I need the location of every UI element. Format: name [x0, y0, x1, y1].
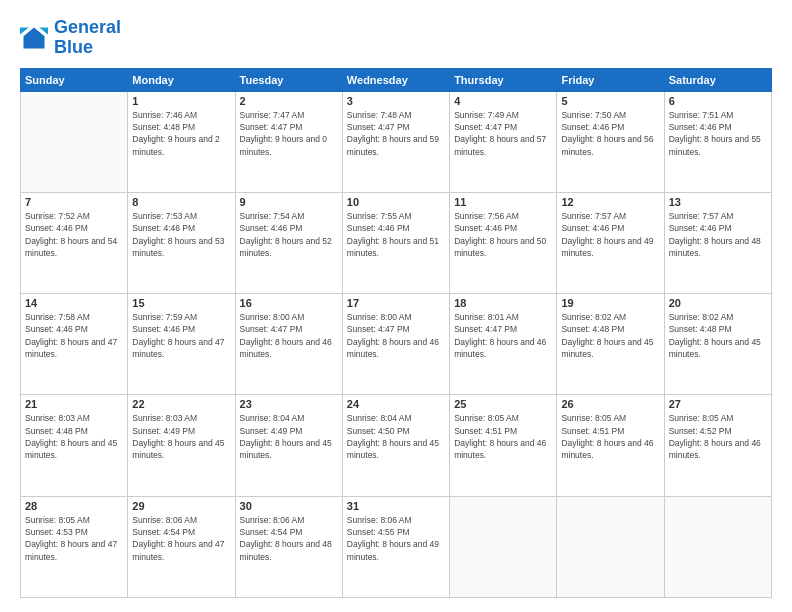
day-info: Sunrise: 8:02 AM Sunset: 4:48 PM Dayligh…: [561, 311, 659, 360]
day-info: Sunrise: 7:54 AM Sunset: 4:46 PM Dayligh…: [240, 210, 338, 259]
calendar-cell: [664, 496, 771, 597]
weekday-header-thursday: Thursday: [450, 68, 557, 91]
calendar-cell: 23Sunrise: 8:04 AM Sunset: 4:49 PM Dayli…: [235, 395, 342, 496]
day-info: Sunrise: 8:05 AM Sunset: 4:51 PM Dayligh…: [561, 412, 659, 461]
day-info: Sunrise: 8:00 AM Sunset: 4:47 PM Dayligh…: [240, 311, 338, 360]
calendar-cell: [21, 91, 128, 192]
day-number: 16: [240, 297, 338, 309]
calendar-week-1: 1Sunrise: 7:46 AM Sunset: 4:48 PM Daylig…: [21, 91, 772, 192]
calendar-cell: 8Sunrise: 7:53 AM Sunset: 4:46 PM Daylig…: [128, 192, 235, 293]
calendar-week-5: 28Sunrise: 8:05 AM Sunset: 4:53 PM Dayli…: [21, 496, 772, 597]
calendar-week-4: 21Sunrise: 8:03 AM Sunset: 4:48 PM Dayli…: [21, 395, 772, 496]
day-number: 8: [132, 196, 230, 208]
calendar-cell: [450, 496, 557, 597]
weekday-header-monday: Monday: [128, 68, 235, 91]
day-info: Sunrise: 8:06 AM Sunset: 4:54 PM Dayligh…: [240, 514, 338, 563]
calendar-cell: 26Sunrise: 8:05 AM Sunset: 4:51 PM Dayli…: [557, 395, 664, 496]
calendar-cell: 17Sunrise: 8:00 AM Sunset: 4:47 PM Dayli…: [342, 294, 449, 395]
day-number: 24: [347, 398, 445, 410]
day-info: Sunrise: 8:04 AM Sunset: 4:49 PM Dayligh…: [240, 412, 338, 461]
day-number: 30: [240, 500, 338, 512]
day-number: 11: [454, 196, 552, 208]
weekday-header-tuesday: Tuesday: [235, 68, 342, 91]
day-info: Sunrise: 8:05 AM Sunset: 4:53 PM Dayligh…: [25, 514, 123, 563]
calendar-cell: 13Sunrise: 7:57 AM Sunset: 4:46 PM Dayli…: [664, 192, 771, 293]
day-number: 3: [347, 95, 445, 107]
calendar-cell: 6Sunrise: 7:51 AM Sunset: 4:46 PM Daylig…: [664, 91, 771, 192]
logo: General Blue: [20, 18, 121, 58]
day-number: 28: [25, 500, 123, 512]
day-number: 12: [561, 196, 659, 208]
calendar-cell: 20Sunrise: 8:02 AM Sunset: 4:48 PM Dayli…: [664, 294, 771, 395]
calendar-cell: 22Sunrise: 8:03 AM Sunset: 4:49 PM Dayli…: [128, 395, 235, 496]
day-number: 23: [240, 398, 338, 410]
calendar-cell: 7Sunrise: 7:52 AM Sunset: 4:46 PM Daylig…: [21, 192, 128, 293]
page: General Blue SundayMondayTuesdayWednesda…: [0, 0, 792, 612]
day-number: 10: [347, 196, 445, 208]
calendar-cell: 4Sunrise: 7:49 AM Sunset: 4:47 PM Daylig…: [450, 91, 557, 192]
weekday-header-saturday: Saturday: [664, 68, 771, 91]
day-info: Sunrise: 7:48 AM Sunset: 4:47 PM Dayligh…: [347, 109, 445, 158]
day-number: 25: [454, 398, 552, 410]
day-number: 27: [669, 398, 767, 410]
day-info: Sunrise: 7:47 AM Sunset: 4:47 PM Dayligh…: [240, 109, 338, 158]
day-number: 29: [132, 500, 230, 512]
day-number: 2: [240, 95, 338, 107]
day-info: Sunrise: 8:03 AM Sunset: 4:49 PM Dayligh…: [132, 412, 230, 461]
calendar-cell: 11Sunrise: 7:56 AM Sunset: 4:46 PM Dayli…: [450, 192, 557, 293]
day-number: 15: [132, 297, 230, 309]
day-info: Sunrise: 7:55 AM Sunset: 4:46 PM Dayligh…: [347, 210, 445, 259]
day-info: Sunrise: 7:57 AM Sunset: 4:46 PM Dayligh…: [561, 210, 659, 259]
calendar-cell: [557, 496, 664, 597]
calendar-cell: 18Sunrise: 8:01 AM Sunset: 4:47 PM Dayli…: [450, 294, 557, 395]
day-number: 18: [454, 297, 552, 309]
day-info: Sunrise: 7:50 AM Sunset: 4:46 PM Dayligh…: [561, 109, 659, 158]
day-number: 17: [347, 297, 445, 309]
day-number: 22: [132, 398, 230, 410]
weekday-header-friday: Friday: [557, 68, 664, 91]
day-number: 21: [25, 398, 123, 410]
day-number: 14: [25, 297, 123, 309]
calendar-cell: 1Sunrise: 7:46 AM Sunset: 4:48 PM Daylig…: [128, 91, 235, 192]
day-info: Sunrise: 7:52 AM Sunset: 4:46 PM Dayligh…: [25, 210, 123, 259]
calendar-cell: 2Sunrise: 7:47 AM Sunset: 4:47 PM Daylig…: [235, 91, 342, 192]
day-info: Sunrise: 7:56 AM Sunset: 4:46 PM Dayligh…: [454, 210, 552, 259]
day-info: Sunrise: 7:58 AM Sunset: 4:46 PM Dayligh…: [25, 311, 123, 360]
header: General Blue: [20, 18, 772, 58]
calendar-cell: 24Sunrise: 8:04 AM Sunset: 4:50 PM Dayli…: [342, 395, 449, 496]
calendar-table: SundayMondayTuesdayWednesdayThursdayFrid…: [20, 68, 772, 598]
day-info: Sunrise: 7:49 AM Sunset: 4:47 PM Dayligh…: [454, 109, 552, 158]
day-info: Sunrise: 8:03 AM Sunset: 4:48 PM Dayligh…: [25, 412, 123, 461]
day-info: Sunrise: 8:05 AM Sunset: 4:52 PM Dayligh…: [669, 412, 767, 461]
day-info: Sunrise: 8:02 AM Sunset: 4:48 PM Dayligh…: [669, 311, 767, 360]
calendar-week-2: 7Sunrise: 7:52 AM Sunset: 4:46 PM Daylig…: [21, 192, 772, 293]
calendar-week-3: 14Sunrise: 7:58 AM Sunset: 4:46 PM Dayli…: [21, 294, 772, 395]
day-number: 9: [240, 196, 338, 208]
svg-marker-0: [24, 27, 45, 48]
weekday-header-wednesday: Wednesday: [342, 68, 449, 91]
logo-icon: [20, 24, 48, 52]
day-info: Sunrise: 8:04 AM Sunset: 4:50 PM Dayligh…: [347, 412, 445, 461]
day-number: 7: [25, 196, 123, 208]
day-number: 31: [347, 500, 445, 512]
day-info: Sunrise: 7:57 AM Sunset: 4:46 PM Dayligh…: [669, 210, 767, 259]
day-number: 4: [454, 95, 552, 107]
calendar-cell: 27Sunrise: 8:05 AM Sunset: 4:52 PM Dayli…: [664, 395, 771, 496]
day-info: Sunrise: 8:01 AM Sunset: 4:47 PM Dayligh…: [454, 311, 552, 360]
weekday-header-sunday: Sunday: [21, 68, 128, 91]
day-info: Sunrise: 7:59 AM Sunset: 4:46 PM Dayligh…: [132, 311, 230, 360]
calendar-cell: 25Sunrise: 8:05 AM Sunset: 4:51 PM Dayli…: [450, 395, 557, 496]
day-info: Sunrise: 8:05 AM Sunset: 4:51 PM Dayligh…: [454, 412, 552, 461]
calendar-cell: 5Sunrise: 7:50 AM Sunset: 4:46 PM Daylig…: [557, 91, 664, 192]
calendar-header-row: SundayMondayTuesdayWednesdayThursdayFrid…: [21, 68, 772, 91]
day-number: 13: [669, 196, 767, 208]
logo-text: General Blue: [54, 18, 121, 58]
day-number: 19: [561, 297, 659, 309]
day-number: 1: [132, 95, 230, 107]
day-info: Sunrise: 8:00 AM Sunset: 4:47 PM Dayligh…: [347, 311, 445, 360]
calendar-cell: 19Sunrise: 8:02 AM Sunset: 4:48 PM Dayli…: [557, 294, 664, 395]
calendar-cell: 30Sunrise: 8:06 AM Sunset: 4:54 PM Dayli…: [235, 496, 342, 597]
day-number: 26: [561, 398, 659, 410]
calendar-cell: 9Sunrise: 7:54 AM Sunset: 4:46 PM Daylig…: [235, 192, 342, 293]
calendar-cell: 31Sunrise: 8:06 AM Sunset: 4:55 PM Dayli…: [342, 496, 449, 597]
